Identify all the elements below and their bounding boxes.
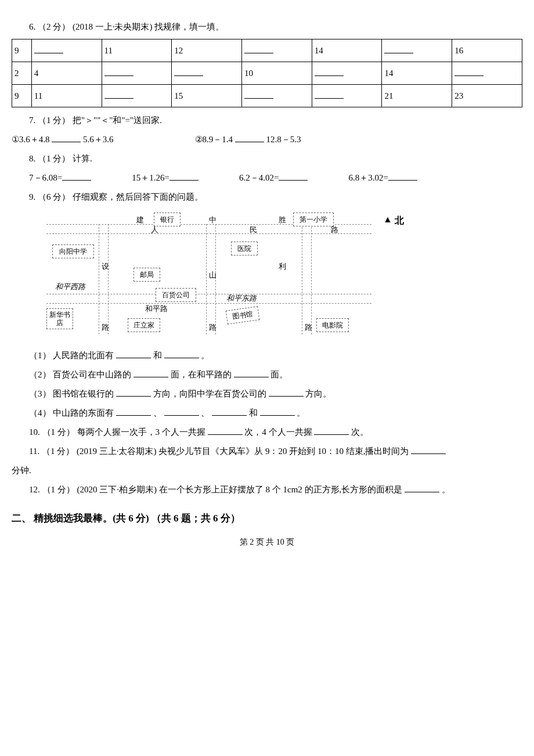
text: （3） 图书馆在银行的	[29, 389, 114, 398]
blank[interactable]	[411, 445, 446, 454]
page-footer: 第 2 页 共 10 页	[12, 534, 522, 552]
text: 和	[249, 408, 258, 417]
road-line	[302, 224, 302, 334]
map-char-jian: 建	[136, 215, 144, 225]
map-label-hepinglu: 和平路	[145, 304, 168, 314]
blank[interactable]	[52, 133, 81, 142]
map-label-hepingxi: 和平西路	[55, 282, 85, 291]
cell: 9	[15, 46, 19, 55]
q7-item2-left: ②8.9－1.4	[195, 135, 233, 144]
q11: 11. （1 分） (2019 三上·太谷期末) 央视少儿节目《大风车》从 9：…	[12, 442, 522, 461]
cell: 12	[174, 46, 183, 55]
blank-cell[interactable]	[454, 67, 484, 76]
q7-prompt: 7. （1 分） 把"＞""＜"和"="送回家.	[12, 111, 522, 130]
map-char-ren: 人	[151, 225, 158, 235]
text: 。	[297, 408, 305, 417]
blank-cell[interactable]	[244, 89, 273, 99]
blank[interactable]	[235, 133, 264, 142]
cell: 23	[454, 91, 463, 100]
q7-item1-left: ①3.6＋4.8	[12, 135, 50, 144]
blank[interactable]	[269, 387, 304, 397]
q8-prompt: 8. （1 分） 计算.	[12, 149, 522, 168]
road-line	[206, 224, 207, 334]
map-char-zhong: 中	[209, 215, 217, 225]
road-line	[46, 303, 371, 304]
road-line	[46, 294, 371, 294]
table-row: 9 11 15 21 23	[12, 85, 522, 107]
q9-sub2: （2） 百货公司在中山路的 面，在和平路的 面。	[12, 365, 522, 384]
cell: 16	[454, 46, 463, 55]
table-row: 2 4 10 14	[12, 62, 522, 85]
map-box-xinhua: 新华书店	[46, 308, 73, 329]
map-label-hepingdong: 和平东路	[226, 294, 257, 303]
blank[interactable]	[208, 426, 243, 435]
blank[interactable]	[116, 406, 151, 416]
q9-sub1: （1） 人民路的北面有 和 。	[12, 346, 522, 365]
blank[interactable]	[314, 426, 349, 435]
blank[interactable]	[405, 483, 439, 492]
text: 、	[153, 408, 162, 417]
blank-cell[interactable]	[244, 44, 273, 53]
blank-cell[interactable]	[34, 44, 63, 53]
text: （1） 人民路的北面有	[29, 351, 114, 360]
blank[interactable]	[212, 406, 247, 416]
blank-cell[interactable]	[104, 89, 134, 99]
road-line	[311, 224, 312, 334]
text: （4） 中山路的东面有	[29, 408, 114, 417]
blank[interactable]	[134, 368, 168, 377]
cell: 11	[34, 91, 42, 100]
blank[interactable]	[260, 406, 295, 416]
table-row: 9 11 12 14 16	[12, 39, 522, 62]
map-box-zhuang: 庄立家	[128, 318, 160, 332]
text: 方向，向阳中学在百货公司的	[153, 389, 266, 398]
blank[interactable]	[169, 171, 199, 181]
blank[interactable]	[234, 368, 269, 377]
q9-map: 建 银行 中 胜 第一小学 人 民 路 向阳中学 医院 邮局 百货公司 设 山 …	[46, 213, 418, 340]
map-char-lu4: 路	[305, 323, 312, 332]
blank[interactable]	[164, 349, 199, 358]
blank-cell[interactable]	[315, 89, 344, 99]
blank[interactable]	[164, 406, 199, 416]
map-box-library: 图书馆	[226, 306, 260, 325]
q9-sub4: （4） 中山路的东面有 、 、 和 。	[12, 404, 522, 423]
map-char-lu2: 路	[102, 323, 109, 332]
text: 次。	[351, 427, 369, 437]
cell: 10	[244, 69, 253, 78]
blank[interactable]	[62, 171, 91, 181]
map-char-she: 设	[102, 262, 109, 271]
map-char-sheng: 胜	[279, 215, 286, 225]
map-box-hospital: 医院	[231, 242, 258, 255]
blank[interactable]	[279, 171, 308, 181]
text: 11. （1 分） (2019 三上·太谷期末) 央视少儿节目《大风车》从 9：…	[29, 447, 409, 456]
cell: 4	[34, 69, 39, 78]
map-box-cinema: 电影院	[316, 318, 349, 332]
cell: 14	[315, 46, 323, 55]
road-line	[99, 224, 99, 334]
map-char-min: 民	[250, 225, 257, 235]
blank-cell[interactable]	[104, 67, 134, 76]
map-char-lu: 路	[331, 225, 338, 235]
blank[interactable]	[116, 387, 151, 397]
compass-north-label: 北	[395, 215, 404, 226]
blank-cell[interactable]	[384, 44, 413, 53]
cell: 15	[174, 91, 183, 100]
map-box-baihuo: 百货公司	[156, 288, 196, 302]
q8-c3: 6.2－4.02=	[239, 173, 279, 182]
road-line	[46, 233, 371, 234]
blank[interactable]	[116, 349, 151, 358]
blank-cell[interactable]	[315, 67, 344, 76]
blank-cell[interactable]	[174, 67, 203, 76]
text: 次，4 个人一共握	[244, 427, 312, 437]
q9-prompt: 9. （6 分） 仔细观察，然后回答下面的问题。	[12, 188, 522, 207]
q8-c2: 15＋1.26=	[132, 173, 169, 182]
cell: 21	[384, 91, 393, 100]
map-box-post: 邮局	[134, 268, 160, 282]
q8-c4: 6.8＋3.02=	[348, 173, 388, 182]
text: 方向。	[305, 389, 331, 398]
q12: 12. （1 分） (2020 三下·柏乡期末) 在一个长方形上正好摆放了 8 …	[12, 480, 522, 499]
blank[interactable]	[388, 171, 417, 181]
cell: 14	[384, 69, 393, 78]
q6-prompt: 6. （2 分） (2018 一上·未央期末) 找规律，填一填。	[12, 17, 522, 37]
text: （2） 百货公司在中山路的	[29, 370, 131, 379]
section-2-heading: 二、 精挑细选我最棒。(共 6 分) （共 6 题；共 6 分）	[12, 507, 522, 529]
